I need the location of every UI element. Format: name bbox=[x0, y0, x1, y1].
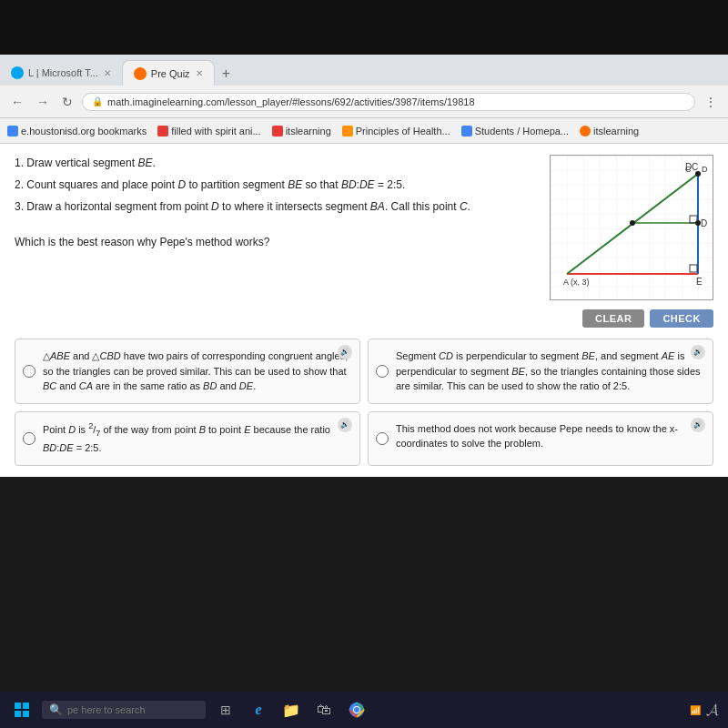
graph-svg: D C D A (x, 3) E C D bbox=[551, 156, 713, 300]
taskbar-bag-icon[interactable]: 🛍 bbox=[311, 697, 337, 723]
bookmark-itslearning1-label: itslearning bbox=[286, 126, 331, 136]
url-text: math.imaginelearning.com/lesson_player/#… bbox=[107, 96, 475, 107]
option-d-text: This method does not work because Pepe n… bbox=[396, 423, 678, 450]
bookmark-itslearning2[interactable]: itslearning bbox=[580, 126, 639, 136]
forward-button[interactable]: → bbox=[33, 93, 53, 111]
edge-logo: e bbox=[255, 702, 261, 718]
tab-prequiz-label: Pre Quiz bbox=[151, 68, 190, 79]
bookmark-houstonisd-label: e.houstonisd.org bookmarks bbox=[21, 126, 147, 136]
bookmark-houstonisd[interactable]: e.houstonisd.org bookmarks bbox=[7, 126, 147, 136]
windows-logo bbox=[15, 703, 29, 717]
address-bar: ← → ↻ 🔒 math.imaginelearning.com/lesson_… bbox=[0, 86, 728, 118]
taskbar-edge-icon[interactable]: e bbox=[246, 697, 271, 723]
svg-text:C: C bbox=[692, 162, 698, 172]
chrome-logo bbox=[348, 701, 366, 719]
taskbar-search-box[interactable]: 🔍 bbox=[42, 701, 206, 719]
option-c-card[interactable]: 🔊 Point D is 2/7 of the way from point B… bbox=[15, 411, 360, 466]
windows-icon[interactable] bbox=[9, 697, 35, 723]
bookmark-students-icon bbox=[461, 126, 472, 136]
option-b-radio[interactable] bbox=[376, 365, 389, 378]
browser: L | Microsoft T... ✕ Pre Quiz ✕ + ← → ↻ … bbox=[0, 55, 728, 477]
option-a-audio[interactable]: 🔊 bbox=[338, 345, 352, 359]
option-d-audio[interactable]: 🔊 bbox=[691, 418, 705, 432]
option-b-card[interactable]: 🔊 Segment CD is perpendicular to segment… bbox=[368, 339, 713, 404]
bookmark-principles-icon bbox=[342, 126, 353, 136]
bookmark-itslearning2-label: itslearning bbox=[593, 126, 639, 136]
option-d-radio[interactable] bbox=[376, 432, 389, 445]
option-a-radio[interactable] bbox=[23, 365, 35, 378]
svg-text:D: D bbox=[702, 165, 708, 174]
check-button[interactable]: CHECK bbox=[650, 309, 713, 328]
svg-text:A (x, 3): A (x, 3) bbox=[563, 278, 590, 287]
bookmark-principles[interactable]: Principles of Health... bbox=[342, 126, 450, 136]
tab-bar: L | Microsoft T... ✕ Pre Quiz ✕ + bbox=[0, 55, 728, 86]
option-a-text: △ABE and △CBD have two pairs of correspo… bbox=[43, 350, 348, 391]
option-b-text: Segment CD is perpendicular to segment B… bbox=[396, 350, 701, 391]
lock-icon: 🔒 bbox=[92, 96, 103, 106]
bookmark-spirit[interactable]: filled with spirit ani... bbox=[157, 126, 260, 136]
svg-text:D: D bbox=[701, 218, 707, 228]
graph-container: D C D A (x, 3) E C D bbox=[550, 155, 713, 300]
taskbar-search-input[interactable] bbox=[67, 704, 177, 715]
tab-prequiz[interactable]: Pre Quiz ✕ bbox=[122, 60, 215, 86]
search-icon: 🔍 bbox=[49, 703, 63, 716]
action-buttons: CLEAR CHECK bbox=[15, 309, 713, 328]
clear-button[interactable]: CLEAR bbox=[582, 309, 644, 328]
bookmark-students-label: Students / Homepa... bbox=[475, 126, 569, 136]
bookmark-itslearning1-icon bbox=[272, 126, 283, 136]
bookmark-spirit-label: filled with spirit ani... bbox=[171, 126, 260, 136]
bookmark-itslearning2-icon bbox=[580, 126, 591, 136]
option-c-audio[interactable]: 🔊 bbox=[338, 418, 352, 432]
bookmark-houstonisd-icon bbox=[7, 126, 18, 136]
bookmarks-bar: e.houstonisd.org bookmarks filled with s… bbox=[0, 118, 728, 144]
taskbar-wifi-icon: 📶 bbox=[690, 705, 701, 715]
tab-microsoft-label: L | Microsoft T... bbox=[28, 67, 98, 78]
svg-point-7 bbox=[630, 220, 635, 226]
tab-microsoft-close[interactable]: ✕ bbox=[104, 68, 111, 78]
url-bar[interactable]: 🔒 math.imaginelearning.com/lesson_player… bbox=[82, 93, 695, 111]
refresh-button[interactable]: ↻ bbox=[58, 93, 76, 111]
svg-text:C: C bbox=[685, 165, 692, 174]
options-grid: 🔊 △ABE and △CBD have two pairs of corres… bbox=[15, 339, 713, 466]
svg-point-19 bbox=[354, 707, 359, 713]
bookmark-principles-label: Principles of Health... bbox=[356, 126, 450, 136]
tab-prequiz-close[interactable]: ✕ bbox=[196, 68, 203, 78]
bookmark-spirit-icon bbox=[157, 126, 168, 136]
back-button[interactable]: ← bbox=[7, 93, 27, 111]
step2: 2. Count squares and place point D to pa… bbox=[15, 177, 541, 193]
taskbar-grid-icon[interactable]: ⊞ bbox=[213, 697, 238, 723]
taskbar: 🔍 ⊞ e 📁 🛍 📶 𝓐 bbox=[0, 692, 728, 728]
tab-new-button[interactable]: + bbox=[215, 62, 238, 86]
prequiz-icon bbox=[134, 67, 147, 80]
question-prompt: Which is the best reason why Pepe's meth… bbox=[15, 234, 541, 250]
tab-microsoft[interactable]: L | Microsoft T... ✕ bbox=[0, 60, 122, 86]
taskbar-chrome-icon[interactable] bbox=[344, 697, 369, 723]
ms-icon bbox=[11, 66, 24, 79]
option-c-text: Point D is 2/7 of the way from point B t… bbox=[43, 424, 330, 453]
step1: 1. Draw vertical segment BE. bbox=[15, 155, 541, 171]
question-text: 1. Draw vertical segment BE. 2. Count sq… bbox=[15, 155, 541, 300]
question-main: 1. Draw vertical segment BE. 2. Count sq… bbox=[15, 155, 713, 300]
bezel-top bbox=[0, 0, 728, 55]
option-b-audio[interactable]: 🔊 bbox=[691, 345, 705, 359]
option-a-card[interactable]: 🔊 △ABE and △CBD have two pairs of corres… bbox=[15, 339, 360, 404]
option-c-radio[interactable] bbox=[23, 432, 35, 445]
taskbar-folder-icon[interactable]: 📁 bbox=[278, 697, 304, 723]
bookmark-students[interactable]: Students / Homepa... bbox=[461, 126, 569, 136]
option-d-card[interactable]: 🔊 This method does not work because Pepe… bbox=[368, 411, 713, 466]
more-button[interactable]: ⋮ bbox=[701, 93, 721, 111]
taskbar-right: 📶 𝓐 bbox=[690, 701, 719, 720]
content-area: 1. Draw vertical segment BE. 2. Count sq… bbox=[0, 144, 728, 477]
bookmark-itslearning1[interactable]: itslearning bbox=[272, 126, 331, 136]
step3: 3. Draw a horizontal segment from point … bbox=[15, 198, 541, 215]
svg-text:E: E bbox=[696, 277, 703, 287]
taskbar-notification-icon[interactable]: 𝓐 bbox=[706, 701, 719, 720]
